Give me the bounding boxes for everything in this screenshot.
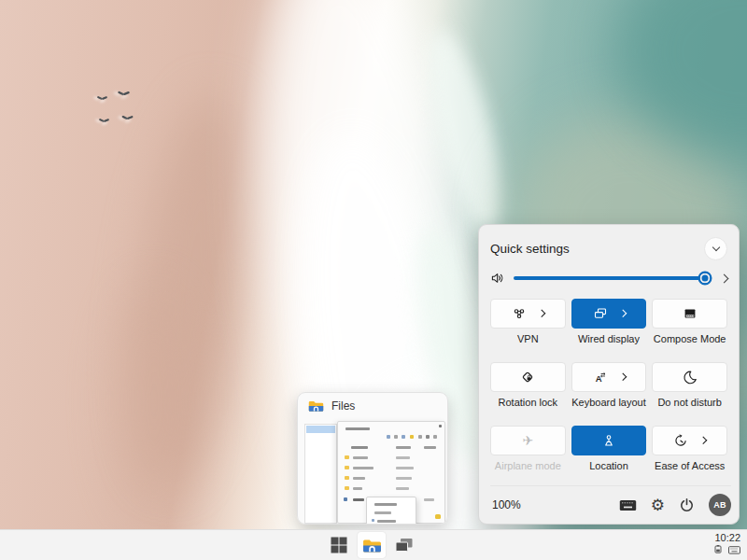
- vpn-icon: [512, 306, 527, 321]
- tile-label: Keyboard layout: [571, 397, 646, 408]
- volume-expand-chevron-icon[interactable]: [720, 273, 729, 283]
- qs-tile-keyboard-layout: A Keyboard layout: [571, 362, 647, 408]
- quick-settings-header: Quick settings: [490, 236, 727, 260]
- panel-title: Quick settings: [490, 242, 570, 256]
- windows-logo-icon: [331, 537, 347, 553]
- location-button[interactable]: [571, 426, 647, 455]
- ease-of-access-button[interactable]: [652, 426, 727, 455]
- volume-row: [490, 268, 727, 288]
- thumbnail-close-icon: [439, 425, 442, 427]
- keyboard-layout-icon: A: [593, 370, 608, 385]
- rotation-lock-button[interactable]: [490, 362, 566, 392]
- vpn-button[interactable]: [490, 299, 566, 329]
- display-icon: [593, 306, 608, 321]
- tile-label: VPN: [517, 333, 539, 344]
- input-method-icon: [728, 546, 740, 554]
- files-folder-icon: [308, 399, 324, 413]
- qs-tile-ease-of-access: Ease of Access: [652, 426, 727, 471]
- wallpaper-texture: [616, 0, 747, 159]
- taskbar-files-button[interactable]: [358, 532, 386, 558]
- tile-label: Location: [589, 460, 628, 471]
- battery-percent-label: 100%: [492, 498, 521, 511]
- chevron-down-icon: [712, 243, 719, 250]
- tile-label: Airplane mode: [495, 460, 561, 471]
- gear-icon[interactable]: ⚙: [651, 497, 665, 513]
- desktop-wallpaper: Files: [0, 0, 747, 529]
- files-window-thumbnail[interactable]: [304, 421, 445, 524]
- files-preview-card[interactable]: Files: [297, 392, 448, 525]
- wired-display-button[interactable]: [571, 299, 647, 329]
- bird: [121, 115, 133, 121]
- ease-of-access-icon: [673, 433, 688, 448]
- files-preview-header: Files: [298, 393, 447, 418]
- thumbnail-badge: [435, 514, 441, 519]
- wallpaper-texture: [112, 280, 196, 523]
- airplane-mode-button[interactable]: ✈: [490, 426, 566, 455]
- do-not-disturb-button[interactable]: [652, 362, 727, 392]
- quick-settings-footer: 100% ⚙ AB: [490, 485, 731, 516]
- qs-tile-location: Location: [571, 426, 647, 471]
- compose-mode-button[interactable]: [652, 299, 727, 329]
- qs-tile-do-not-disturb: Do not disturb: [652, 362, 727, 408]
- start-button[interactable]: [325, 532, 353, 558]
- power-icon[interactable]: [679, 497, 695, 513]
- avatar[interactable]: AB: [709, 494, 731, 516]
- bird: [118, 91, 130, 97]
- airplane-icon: ✈: [522, 434, 533, 447]
- tile-label: Rotation lock: [499, 397, 558, 408]
- thumbnail-back-window: [304, 424, 337, 524]
- qs-tile-compose-mode: Compose Mode: [652, 299, 727, 344]
- quick-settings-grid: VPN Wired display: [490, 299, 727, 471]
- bird: [99, 118, 109, 123]
- bird: [97, 95, 107, 101]
- files-folder-icon: [362, 538, 382, 553]
- qs-tile-rotation-lock: Rotation lock: [490, 362, 566, 408]
- tile-label: Wired display: [578, 333, 640, 344]
- chevron-right-icon: [619, 310, 627, 317]
- location-icon: [601, 433, 616, 448]
- speaker-icon: [490, 271, 505, 286]
- qs-tile-wired-display: Wired display: [571, 299, 647, 344]
- chevron-right-icon: [538, 310, 545, 317]
- taskbar-center-icons: [325, 530, 418, 560]
- svg-text:A: A: [596, 373, 602, 384]
- battery-icon: [713, 545, 723, 554]
- clock[interactable]: 10:22: [713, 532, 740, 544]
- wallpaper-foam: [415, 25, 514, 237]
- compose-mode-icon: [683, 306, 698, 321]
- quick-settings-panel: Quick settings: [478, 224, 740, 525]
- keyboard-layout-button[interactable]: A: [571, 362, 647, 392]
- qs-tile-airplane-mode: ✈ Airplane mode: [490, 426, 566, 471]
- taskbar: 10:22: [0, 529, 747, 560]
- keyboard-icon[interactable]: [619, 499, 637, 511]
- rotation-lock-icon: [520, 370, 535, 385]
- collapse-button[interactable]: [704, 237, 727, 260]
- chevron-right-icon: [619, 373, 627, 381]
- tile-label: Compose Mode: [654, 333, 726, 344]
- tray-icons: [713, 545, 740, 554]
- windows-switcher-icon: [395, 538, 414, 553]
- preview-title: Files: [331, 399, 355, 413]
- tile-label: Ease of Access: [655, 460, 725, 471]
- wallpaper-texture: [117, 89, 266, 490]
- task-switcher-button[interactable]: [390, 532, 418, 558]
- thumbnail-context-menu: [366, 497, 416, 525]
- thumbnail-dialog-window: [337, 421, 445, 524]
- volume-slider-thumb[interactable]: [698, 272, 712, 286]
- qs-tile-vpn: VPN: [490, 299, 566, 344]
- thumbnail-selected-row: [306, 426, 335, 433]
- moon-icon: [683, 370, 698, 385]
- taskbar-tray[interactable]: 10:22: [713, 532, 740, 554]
- tile-label: Do not disturb: [657, 397, 721, 408]
- chevron-right-icon: [699, 437, 707, 444]
- volume-slider[interactable]: [514, 276, 711, 280]
